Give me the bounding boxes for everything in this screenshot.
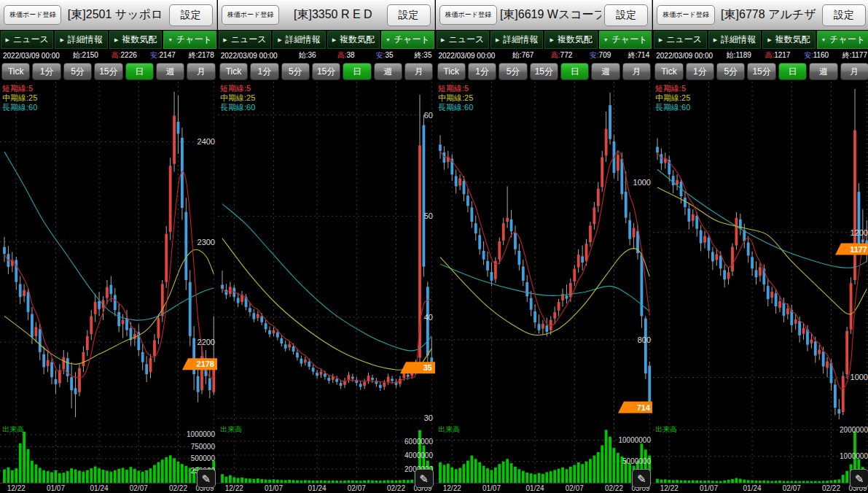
tab-order-book[interactable]: ▶複数気配 [327,31,380,49]
draw-tool-button[interactable]: ✎ [632,469,651,488]
legend-item: 短期線:5 [655,84,686,93]
tab-label: 詳細情報 [68,34,103,46]
ma25-line [4,249,214,364]
timeframe-month-button[interactable]: 月 [404,63,433,80]
volume-title: 出来高 [655,425,677,433]
board-register-button[interactable]: 株価ボード登録 [439,5,497,25]
timeframe-week-button[interactable]: 週 [374,63,402,80]
stock-title: [東]6619 Wスコープ [500,7,601,23]
volume-axis-label: 500000 [191,454,216,462]
high-value: 高:38 [337,50,355,61]
timeframe-1min-button[interactable]: 1分 [32,63,60,80]
tab-chart[interactable]: ▼チャート [163,31,216,49]
x-axis-date-label: 01/07 [47,484,65,492]
chevron-right-icon: ▶ [441,37,445,43]
datetime-label: 2022/03/09 00:00 [656,52,713,60]
tab-chart[interactable]: ▼チャート [381,31,434,49]
timeframe-week-button[interactable]: 週 [591,63,619,80]
stock-panel: 株価ボード登録 [東]3350 R E D 設定 ▶ニュース▶詳細情報▶複数気配… [217,0,435,493]
timeframe-5min-button[interactable]: 5分 [498,63,527,80]
ohlc-info-bar: 2022/03/09 00:00始:36高:38安:35終:35 [218,50,435,61]
timeframe-week-button[interactable]: 週 [156,63,184,80]
tab-news[interactable]: ▶ニュース [219,31,271,49]
stock-title: [東]3350 R E D [282,7,383,23]
settings-button[interactable]: 設定 [822,4,866,26]
volume-bars [656,431,868,483]
open-value: 始:2150 [73,50,98,61]
timeframe-tick-button[interactable]: Tick [654,63,683,80]
timeframe-day-button[interactable]: 日 [125,63,154,80]
legend-item: 中期線:25 [438,93,473,102]
timeframe-1min-button[interactable]: 1分 [686,63,714,80]
y-axis-label: 1000 [633,178,650,187]
ma25-line [440,249,649,335]
x-axis-date-label: 01/24 [308,484,326,492]
current-price-tag: 714 [618,402,653,414]
y-axis-label: 60 [424,111,433,120]
timeframe-5min-button[interactable]: 5分 [63,63,92,80]
timeframe-tick-button[interactable]: Tick [1,63,30,80]
volume-axis-label: 6000000 [404,438,433,446]
timeframe-day-button[interactable]: 日 [343,63,371,80]
chevron-down-icon: ▼ [168,37,173,42]
y-axis-label: 40 [424,313,433,322]
timeframe-15min-button[interactable]: 15分 [94,63,122,80]
timeframe-1min-button[interactable]: 1分 [468,63,496,80]
timeframe-5min-button[interactable]: 5分 [281,63,310,80]
timeframe-month-button[interactable]: 月 [840,63,868,80]
tab-label: ニュース [448,34,484,46]
board-register-button[interactable]: 株価ボード登録 [4,5,61,25]
legend-item: 中期線:25 [220,93,255,102]
price-chart[interactable]: 60504030短期線:5中期線:25長期線:60出来高600000040000… [218,82,435,493]
tab-news[interactable]: ▶ニュース [1,31,53,49]
tab-detail-info[interactable]: ▶詳細情報 [273,31,325,49]
y-axis-label: 50 [424,211,433,220]
timeframe-day-button[interactable]: 日 [560,63,589,80]
panel-topbar: 株価ボード登録 [東]2501 サッポロ 設定 [0,0,217,30]
timeframe-tick-button[interactable]: Tick [437,63,466,80]
timeframe-15min-button[interactable]: 15分 [312,63,340,80]
tab-chart[interactable]: ▼チャート [599,31,652,49]
x-axis-date-label: 02/22 [169,484,187,492]
timeframe-5min-button[interactable]: 5分 [716,63,745,80]
board-register-button[interactable]: 株価ボード登録 [657,5,714,25]
app: 株価ボード登録 [東]2501 サッポロ 設定 ▶ニュース▶詳細情報▶複数気配▼… [0,0,868,493]
y-axis-label: 2300 [198,238,215,246]
high-value: 高:772 [551,50,572,61]
tab-news[interactable]: ▶ニュース [654,31,706,49]
y-axis-label: 2400 [198,137,215,146]
tab-label: ニュース [231,34,267,46]
tab-chart[interactable]: ▼チャート [817,31,868,49]
timeframe-15min-button[interactable]: 15分 [530,63,558,80]
tab-order-book[interactable]: ▶複数気配 [762,31,815,49]
timeframe-1min-button[interactable]: 1分 [250,63,278,80]
timeframe-month-button[interactable]: 月 [187,63,215,80]
volume-title: 出来高 [220,425,242,433]
draw-tool-button[interactable]: ✎ [850,469,868,488]
timeframe-day-button[interactable]: 日 [778,63,807,80]
timeframe-15min-button[interactable]: 15分 [747,63,775,80]
x-axis-date-label: 01/24 [525,484,544,492]
tab-detail-info[interactable]: ▶詳細情報 [55,31,107,49]
draw-tool-button[interactable]: ✎ [197,469,216,488]
board-register-button[interactable]: 株価ボード登録 [222,5,279,25]
timeframe-month-button[interactable]: 月 [622,63,651,80]
timeframe-week-button[interactable]: 週 [809,63,837,80]
settings-button[interactable]: 設定 [604,4,648,26]
close-value: 終:35 [415,50,432,61]
tab-detail-info[interactable]: ▶詳細情報 [708,31,761,49]
tab-order-book[interactable]: ▶複数気配 [544,31,597,49]
settings-button[interactable]: 設定 [169,4,213,26]
price-chart[interactable]: 12001000短期線:5中期線:25長期線:60出来高200000010000… [653,82,868,493]
settings-button[interactable]: 設定 [387,4,431,26]
volume-axis-label: 4000000 [404,451,433,459]
draw-tool-button[interactable]: ✎ [415,469,434,488]
timeframe-tick-button[interactable]: Tick [219,63,248,80]
volume-title: 出来高 [438,425,460,433]
price-chart[interactable]: 1000800短期線:5中期線:25長期線:60出来高1000000050000… [436,82,653,493]
ma60-line [222,204,431,351]
tab-order-book[interactable]: ▶複数気配 [109,31,162,49]
tab-detail-info[interactable]: ▶詳細情報 [490,31,543,49]
tab-news[interactable]: ▶ニュース [437,31,489,49]
price-chart[interactable]: 240023002200短期線:5中期線:25長期線:60出来高10000007… [0,82,217,493]
